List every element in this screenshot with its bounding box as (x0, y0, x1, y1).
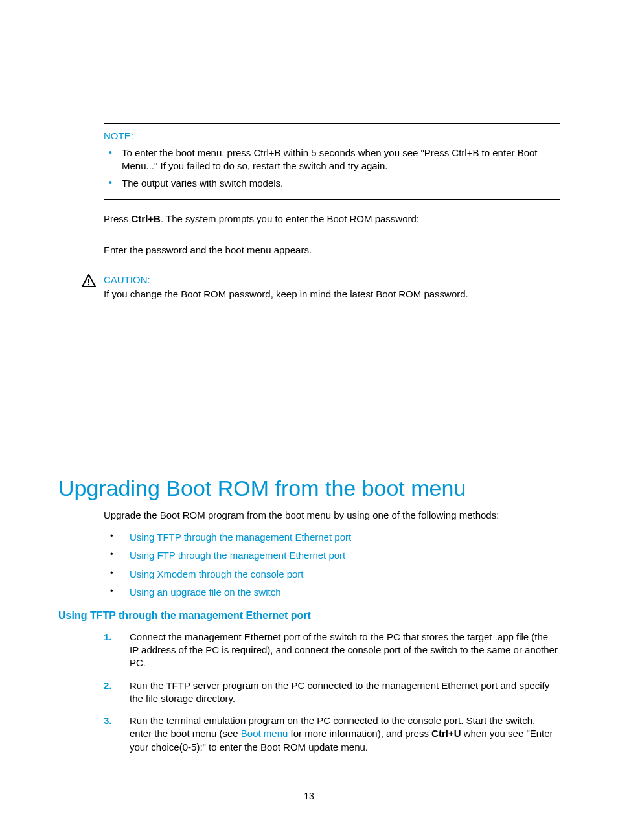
list-item: Using Xmodem through the console port (104, 565, 560, 584)
ctrl-u-key: Ctrl+U (431, 728, 461, 739)
link-upgrade-file[interactable]: Using an upgrade file on the switch (130, 587, 280, 598)
caution-block: CAUTION: If you change the Boot ROM pass… (104, 270, 560, 307)
step-number: 2. (104, 679, 112, 692)
step-item: 2. Run the TFTP server program on the PC… (104, 679, 560, 706)
intro-text: Upgrade the Boot ROM program from the bo… (104, 509, 560, 522)
section-heading: Upgrading Boot ROM from the boot menu (58, 476, 560, 501)
list-item: Using FTP through the management Etherne… (104, 546, 560, 565)
link-ftp[interactable]: Using FTP through the management Etherne… (130, 550, 345, 561)
step-item: 3. Run the terminal emulation program on… (104, 714, 560, 754)
body-text: Press Ctrl+B. The system prompts you to … (104, 213, 560, 226)
page-number: 13 (0, 791, 618, 801)
note-list: To enter the boot menu, press Ctrl+B wit… (104, 146, 560, 190)
note-item: The output varies with switch models. (104, 177, 560, 190)
step-number: 3. (104, 714, 112, 727)
note-block: NOTE: To enter the boot menu, press Ctrl… (104, 123, 560, 200)
step-number: 1. (104, 631, 112, 644)
note-label: NOTE: (104, 130, 560, 141)
caution-icon (82, 274, 96, 290)
ctrl-b-key: Ctrl+B (132, 213, 161, 224)
link-xmodem[interactable]: Using Xmodem through the console port (130, 568, 303, 579)
svg-point-1 (88, 284, 89, 285)
steps-list: 1. Connect the management Ethernet port … (104, 631, 560, 754)
step-item: 1. Connect the management Ethernet port … (104, 631, 560, 670)
list-item: Using an upgrade file on the switch (104, 583, 560, 602)
caution-label: CAUTION: (104, 274, 560, 285)
subsection-heading: Using TFTP through the management Ethern… (58, 610, 560, 622)
list-item: Using TFTP through the management Ethern… (104, 528, 560, 547)
body-text: Enter the password and the boot menu app… (104, 244, 560, 257)
caution-text: If you change the Boot ROM password, kee… (104, 288, 560, 301)
method-list: Using TFTP through the management Ethern… (104, 528, 560, 602)
link-tftp[interactable]: Using TFTP through the management Ethern… (130, 531, 351, 542)
note-item: To enter the boot menu, press Ctrl+B wit… (104, 146, 560, 173)
link-boot-menu[interactable]: Boot menu (241, 728, 288, 739)
